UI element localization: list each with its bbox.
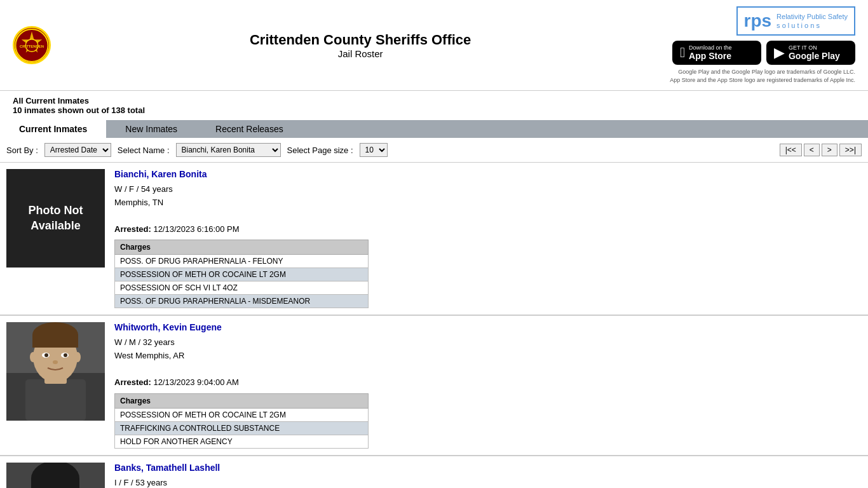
all-inmates-label: All Current Inmates	[13, 96, 855, 105]
header-title-section: Crittenden County Sheriffs Office Jail R…	[250, 32, 471, 59]
svg-rect-10	[32, 335, 78, 348]
app-buttons:  Download on the App Store ▶ GET IT ON …	[672, 41, 855, 65]
sheriff-badge-icon: CRITTENDEN	[13, 26, 51, 64]
photo-not-available-text: Photo NotAvailable	[22, 197, 90, 240]
inmate-list: Photo NotAvailable Bianchi, Karen Bonita…	[0, 163, 868, 488]
charge-row: POSSESSION OF SCH VI LT 4OZ	[115, 281, 369, 295]
app-store-line2: App Store	[689, 51, 732, 61]
charge-row: TRAFFICKING A CONTROLLED SUBSTANCE	[115, 421, 369, 435]
rps-tagline: Relativity Public Safety s o l u t i o n…	[776, 12, 848, 30]
inmate-name[interactable]: Whitworth, Kevin Eugene	[114, 322, 862, 332]
inmate-photo	[6, 463, 105, 488]
svg-point-13	[44, 353, 48, 357]
next-page-button[interactable]: >	[822, 144, 837, 156]
app-store-line1: Download on the	[689, 44, 732, 51]
charge-row: HOLD FOR ANOTHER AGENCY	[115, 435, 369, 448]
charge-row: POSSESSION OF METH OR COCAINE LT 2GM	[115, 408, 369, 421]
info-bar: All Current Inmates 10 inmates shown out…	[0, 91, 868, 120]
apple-icon: 	[680, 44, 685, 61]
trademark-text: Google Play and the Google Play logo are…	[670, 68, 855, 84]
inmate-row: Banks, Tamathell Lashell I / F / 53 year…	[0, 456, 868, 488]
page-title: Crittenden County Sheriffs Office	[250, 32, 471, 48]
page-header: CRITTENDEN Crittenden County Sheriffs Of…	[0, 0, 868, 91]
svg-point-15	[53, 360, 58, 364]
inmate-row: Photo NotAvailable Bianchi, Karen Bonita…	[0, 163, 868, 316]
tab-recent-releases[interactable]: Recent Releases	[196, 120, 302, 138]
svg-text:CRITTENDEN: CRITTENDEN	[20, 44, 44, 48]
inmate-photo	[6, 322, 105, 421]
svg-rect-24	[31, 478, 79, 488]
google-play-line1: GET IT ON	[789, 44, 840, 51]
inmate-photo: Photo NotAvailable	[6, 169, 105, 268]
tab-new-inmates[interactable]: New Inmates	[106, 120, 196, 138]
select-name-label: Select Name :	[118, 146, 170, 155]
controls-bar: Sort By : Arrested Date Name Select Name…	[0, 138, 868, 163]
svg-point-17	[74, 352, 81, 362]
inmate-details: Bianchi, Karen Bonita W / F / 54 years M…	[114, 169, 862, 308]
charges-table: Charges POSSESSION OF METH OR COCAINE LT…	[114, 393, 369, 449]
sort-by-select[interactable]: Arrested Date Name	[44, 143, 111, 157]
svg-point-16	[30, 352, 36, 362]
google-play-icon: ▶	[774, 44, 785, 61]
rps-logo-text: rps	[744, 11, 772, 31]
inmate-details: Banks, Tamathell Lashell I / F / 53 year…	[114, 463, 862, 488]
inmate-name[interactable]: Banks, Tamathell Lashell	[114, 463, 862, 473]
logo-section: CRITTENDEN	[13, 26, 51, 64]
charges-header: Charges	[115, 240, 369, 255]
charges-header: Charges	[115, 393, 369, 408]
tab-current-inmates[interactable]: Current Inmates	[0, 120, 106, 138]
page-subtitle: Jail Roster	[250, 48, 471, 59]
google-play-line2: Google Play	[789, 51, 840, 61]
google-play-button[interactable]: ▶ GET IT ON Google Play	[766, 41, 855, 65]
first-page-button[interactable]: |<<	[780, 144, 802, 156]
page-size-select[interactable]: 5 10 25 50	[360, 143, 388, 157]
charge-row: POSS. OF DRUG PARAPHERNALIA - MISDEMEANO…	[115, 295, 369, 308]
inmate-info: W / M / 32 years West Memphis, AR Arrest…	[114, 336, 862, 389]
page-size-label: Select Page size :	[287, 146, 353, 155]
arrested-label: Arrested:	[114, 377, 151, 387]
inmate-name[interactable]: Bianchi, Karen Bonita	[114, 169, 862, 179]
charge-row: POSS. OF DRUG PARAPHERNALIA - FELONY	[115, 255, 369, 268]
last-page-button[interactable]: >>|	[839, 144, 862, 156]
inmate-info: I / F / 53 years West Memphis, AR Arrest…	[114, 477, 862, 488]
rps-logo: rps Relativity Public Safety s o l u t i…	[736, 6, 855, 36]
select-name-dropdown[interactable]: Bianchi, Karen Bonita Whitworth, Kevin E…	[176, 143, 281, 157]
inmate-info: W / F / 54 years Memphis, TN Arrested: 1…	[114, 183, 862, 236]
inmate-details: Whitworth, Kevin Eugene W / M / 32 years…	[114, 322, 862, 448]
nav-tabs: Current Inmates New Inmates Recent Relea…	[0, 120, 868, 138]
prev-page-button[interactable]: <	[804, 144, 820, 156]
inmates-count-label: 10 inmates shown out of 138 total	[13, 105, 855, 115]
svg-point-14	[64, 353, 67, 357]
inmate-row: Whitworth, Kevin Eugene W / M / 32 years…	[0, 316, 868, 456]
sort-by-label: Sort By :	[6, 146, 38, 155]
charge-row: POSSESSION OF METH OR COCAINE LT 2GM	[115, 268, 369, 281]
svg-rect-6	[25, 379, 86, 421]
app-store-button[interactable]:  Download on the App Store	[672, 41, 761, 65]
charges-table: Charges POSS. OF DRUG PARAPHERNALIA - FE…	[114, 240, 369, 308]
header-right-section: rps Relativity Public Safety s o l u t i…	[670, 6, 855, 84]
pagination: |<< < > >>|	[780, 144, 862, 156]
arrested-label: Arrested:	[114, 224, 151, 234]
